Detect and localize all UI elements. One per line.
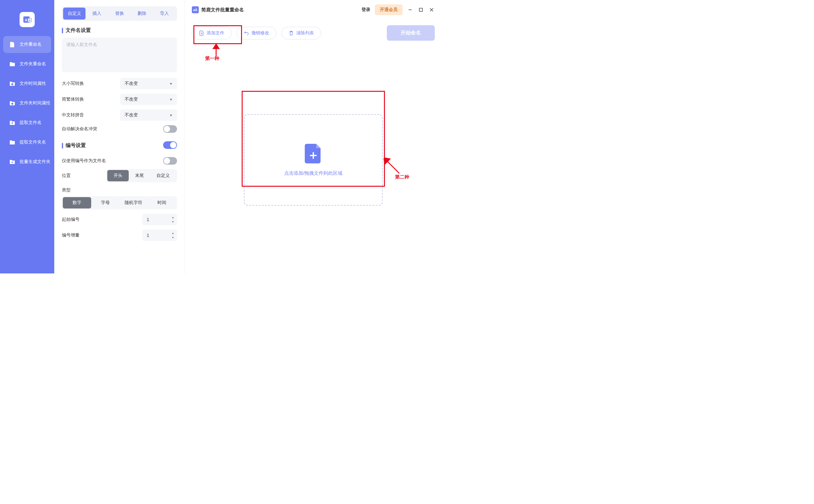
numbering-toggle[interactable] bbox=[163, 141, 177, 149]
trad-select[interactable]: 不改变 bbox=[120, 94, 177, 105]
sidebar-item-rename-folder[interactable]: 文件夹重命名 bbox=[3, 56, 51, 73]
maximize-icon[interactable] bbox=[418, 7, 424, 13]
only-number-toggle[interactable] bbox=[163, 157, 177, 165]
case-select[interactable]: 不改变 bbox=[120, 78, 177, 89]
svg-rect-7 bbox=[419, 8, 423, 11]
header: aA 简鹿文件批量重命名 登录 开通会员 bbox=[185, 0, 442, 20]
file-icon bbox=[9, 41, 16, 48]
spin-down-icon[interactable]: ▼ bbox=[171, 220, 175, 224]
type-random[interactable]: 随机字符 bbox=[120, 197, 148, 208]
sidebar-item-extract-filename[interactable]: 提取文件名 bbox=[3, 114, 51, 131]
tab-replace[interactable]: 替换 bbox=[108, 8, 131, 20]
new-filename-input[interactable] bbox=[62, 38, 177, 72]
undo-button[interactable]: 撤销修改 bbox=[237, 27, 276, 39]
type-label: 类型 bbox=[62, 187, 177, 193]
mode-tabs: 自定义 插入 替换 删除 导入 bbox=[62, 6, 177, 21]
type-letter[interactable]: 字母 bbox=[91, 197, 120, 208]
tab-import[interactable]: 导入 bbox=[153, 8, 176, 20]
drop-zone-text: 点击添加/拖拽文件到此区域 bbox=[284, 170, 342, 176]
folder-icon bbox=[9, 61, 16, 67]
clear-icon bbox=[289, 31, 294, 36]
sidebar-item-label: 文件时间属性 bbox=[20, 81, 46, 86]
position-custom[interactable]: 自定义 bbox=[150, 170, 176, 181]
app-logo: aA bbox=[20, 12, 35, 27]
type-segment: 数字 字母 随机字符 时间 bbox=[62, 196, 177, 209]
sidebar-item-file-time[interactable]: 文件时间属性 bbox=[3, 75, 51, 92]
folder-time-icon bbox=[9, 100, 16, 107]
sidebar-item-label: 提取文件名 bbox=[20, 120, 42, 126]
settings-panel: 自定义 插入 替换 删除 导入 文件名设置 大小写转换 不改变 简繁体转换 不改… bbox=[54, 0, 185, 273]
tab-custom[interactable]: 自定义 bbox=[63, 8, 85, 20]
toolbar: 添加文件 撤销修改 清除列表 开始命名 bbox=[185, 20, 442, 46]
start-rename-button[interactable]: 开始命名 bbox=[387, 25, 435, 41]
sidebar: aA 文件重命名 文件夹重命名 文件时间属性 文件夹时间属性 提取文件名 提取文… bbox=[0, 0, 54, 273]
sidebar-item-label: 批量生成文件夹 bbox=[20, 159, 50, 165]
minimize-icon[interactable] bbox=[407, 7, 413, 13]
conflict-label: 自动解决命名冲突 bbox=[62, 126, 97, 132]
svg-point-4 bbox=[11, 83, 13, 85]
app-icon: aA bbox=[192, 6, 199, 13]
add-folder-icon bbox=[9, 158, 16, 165]
spin-up-icon[interactable]: ▲ bbox=[171, 231, 175, 235]
tab-insert[interactable]: 插入 bbox=[85, 8, 108, 20]
position-segment: 开头 末尾 自定义 bbox=[106, 169, 177, 182]
section-numbering-title: 编号设置 bbox=[62, 142, 86, 149]
drop-zone[interactable]: 点击添加/拖拽文件到此区域 bbox=[244, 114, 383, 206]
position-label: 位置 bbox=[62, 173, 71, 179]
sidebar-item-rename-file[interactable]: 文件重命名 bbox=[3, 36, 51, 53]
conflict-toggle[interactable] bbox=[163, 125, 177, 133]
sidebar-item-folder-time[interactable]: 文件夹时间属性 bbox=[3, 95, 51, 112]
extract-folder-icon bbox=[9, 139, 16, 146]
add-file-icon bbox=[199, 31, 204, 36]
clear-list-button[interactable]: 清除列表 bbox=[281, 27, 321, 39]
trad-label: 简繁体转换 bbox=[62, 97, 84, 102]
svg-text:A: A bbox=[29, 19, 31, 22]
case-label: 大小写转换 bbox=[62, 81, 84, 86]
app-title: 简鹿文件批量重命名 bbox=[201, 7, 244, 13]
type-time[interactable]: 时间 bbox=[148, 197, 176, 208]
close-icon[interactable] bbox=[429, 7, 435, 13]
sidebar-item-label: 文件夹时间属性 bbox=[20, 100, 50, 106]
position-start[interactable]: 开头 bbox=[107, 170, 129, 181]
sidebar-item-label: 文件夹重命名 bbox=[20, 61, 46, 67]
tab-delete[interactable]: 删除 bbox=[131, 8, 153, 20]
start-number-label: 起始编号 bbox=[62, 217, 79, 222]
pinyin-label: 中文转拼音 bbox=[62, 112, 84, 118]
sidebar-item-label: 提取文件夹名 bbox=[20, 139, 46, 145]
file-add-icon bbox=[305, 144, 322, 165]
step-label: 编号增量 bbox=[62, 232, 79, 238]
undo-icon bbox=[244, 31, 249, 36]
svg-text:a: a bbox=[25, 18, 27, 22]
sidebar-item-batch-create-folder[interactable]: 批量生成文件夹 bbox=[3, 153, 51, 170]
spin-up-icon[interactable]: ▲ bbox=[171, 215, 175, 220]
type-number[interactable]: 数字 bbox=[63, 197, 91, 208]
vip-button[interactable]: 开通会员 bbox=[375, 4, 402, 15]
position-end[interactable]: 末尾 bbox=[129, 170, 150, 181]
section-filename-title: 文件名设置 bbox=[62, 27, 177, 34]
add-file-button[interactable]: 添加文件 bbox=[192, 27, 231, 39]
sidebar-item-extract-foldername[interactable]: 提取文件夹名 bbox=[3, 134, 51, 151]
svg-point-5 bbox=[11, 103, 13, 105]
file-time-icon bbox=[9, 80, 16, 87]
main-panel: aA 简鹿文件批量重命名 登录 开通会员 添加文件 撤销修改 清除列表 开始命名 bbox=[185, 0, 442, 273]
sidebar-item-label: 文件重命名 bbox=[20, 42, 42, 47]
extract-file-icon bbox=[9, 119, 16, 126]
spin-down-icon[interactable]: ▼ bbox=[171, 235, 175, 240]
only-number-label: 仅使用编号作为文件名 bbox=[62, 158, 106, 164]
pinyin-select[interactable]: 不改变 bbox=[120, 109, 177, 121]
login-button[interactable]: 登录 bbox=[361, 7, 370, 13]
